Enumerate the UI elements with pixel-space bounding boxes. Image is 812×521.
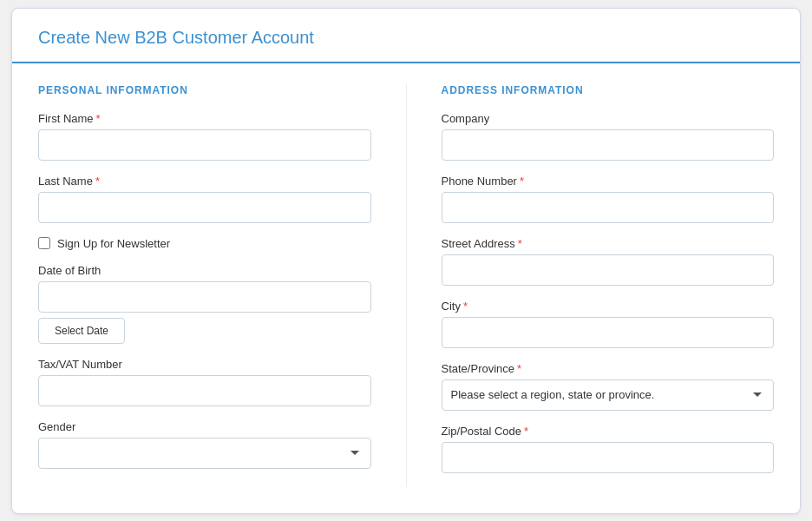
address-section-title: ADDRESS INFORMATION <box>442 84 775 96</box>
state-label: State/Province* <box>442 362 775 375</box>
first-name-group: First Name* <box>38 112 371 161</box>
gender-select-wrapper: Male Female Other <box>38 438 371 469</box>
state-select-wrapper: Please select a region, state or provinc… <box>442 379 775 411</box>
tax-label: Tax/VAT Number <box>38 358 371 371</box>
dob-group: Date of Birth Select Date <box>38 264 371 344</box>
zip-required: * <box>524 425 528 438</box>
newsletter-checkbox[interactable] <box>38 237 50 249</box>
phone-label: Phone Number* <box>442 175 775 188</box>
zip-label: Zip/Postal Code* <box>442 425 775 438</box>
phone-group: Phone Number* <box>442 175 775 223</box>
last-name-required: * <box>95 175 100 188</box>
city-group: City* <box>442 300 775 348</box>
phone-input[interactable] <box>442 192 775 223</box>
personal-info-column: PERSONAL INFORMATION First Name* Last Na… <box>38 84 407 487</box>
first-name-label: First Name* <box>38 112 371 125</box>
zip-input[interactable] <box>442 442 775 473</box>
first-name-input[interactable] <box>38 129 371 161</box>
street-label: Street Address* <box>442 237 775 250</box>
city-required: * <box>463 300 468 313</box>
street-required: * <box>518 237 522 250</box>
state-required: * <box>517 362 521 375</box>
street-group: Street Address* <box>442 237 775 286</box>
personal-section-title: PERSONAL INFORMATION <box>38 84 371 96</box>
zip-group: Zip/Postal Code* <box>442 425 775 473</box>
page-title: Create New B2B Customer Account <box>12 9 800 63</box>
tax-input[interactable] <box>38 375 371 406</box>
last-name-label: Last Name* <box>38 175 371 188</box>
dob-label: Date of Birth <box>38 264 371 277</box>
gender-group: Gender Male Female Other <box>38 420 371 469</box>
company-input[interactable] <box>442 129 775 161</box>
address-info-column: ADDRESS INFORMATION Company Phone Number… <box>407 84 775 487</box>
state-select[interactable]: Please select a region, state or provinc… <box>442 379 775 411</box>
phone-required: * <box>520 175 524 188</box>
last-name-group: Last Name* <box>38 175 371 223</box>
dob-input[interactable] <box>38 281 371 313</box>
street-input[interactable] <box>442 254 775 286</box>
tax-group: Tax/VAT Number <box>38 358 371 406</box>
create-account-card: Create New B2B Customer Account PERSONAL… <box>11 8 801 514</box>
city-label: City* <box>442 300 775 313</box>
state-group: State/Province* Please select a region, … <box>442 362 775 411</box>
company-label: Company <box>442 112 775 125</box>
company-group: Company <box>442 112 775 161</box>
gender-select[interactable]: Male Female Other <box>38 438 371 469</box>
gender-label: Gender <box>38 420 371 433</box>
last-name-input[interactable] <box>38 192 371 223</box>
first-name-required: * <box>96 112 101 125</box>
select-date-button[interactable]: Select Date <box>38 318 125 344</box>
newsletter-group: Sign Up for Newsletter <box>38 237 371 250</box>
city-input[interactable] <box>442 317 775 348</box>
newsletter-label: Sign Up for Newsletter <box>57 237 170 250</box>
